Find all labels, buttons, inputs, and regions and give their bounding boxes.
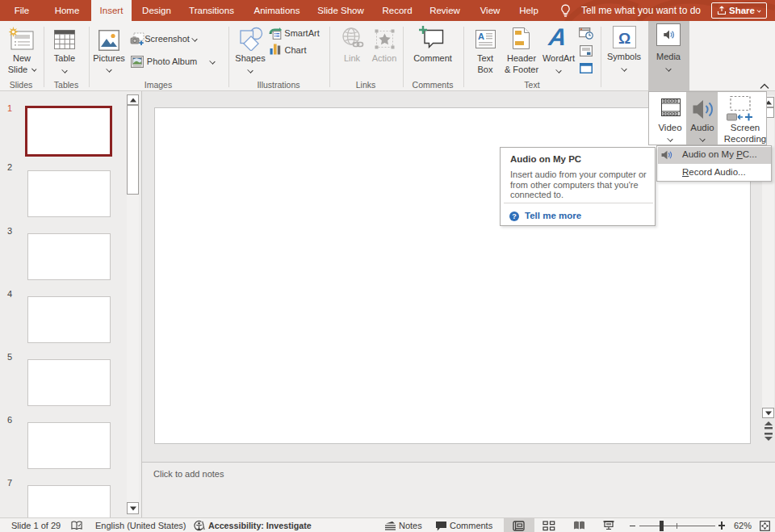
svg-text:A: A xyxy=(547,26,568,48)
svg-text:A: A xyxy=(478,31,484,41)
svg-text:Ω: Ω xyxy=(618,30,630,47)
svg-text:?: ? xyxy=(512,212,517,220)
